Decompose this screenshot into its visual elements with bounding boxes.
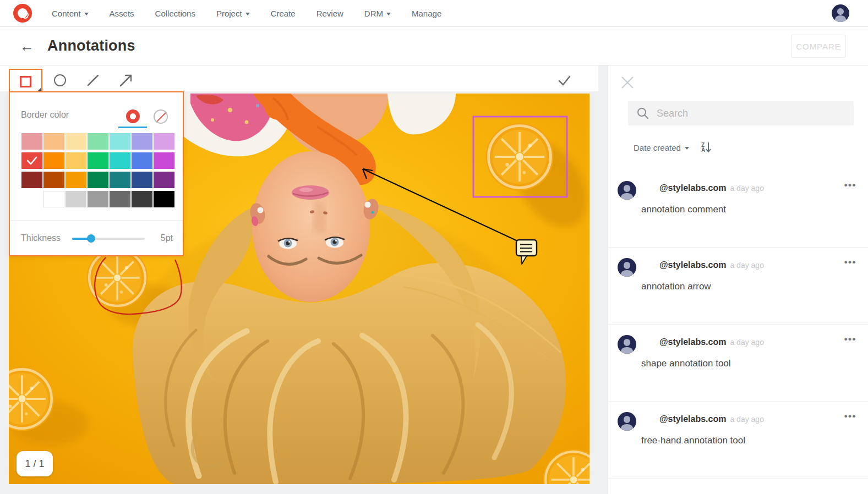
color-swatch-6a6a6a[interactable] <box>110 191 130 207</box>
comment-row: @stylelabs.coma day ago•••free-hand anno… <box>608 402 868 479</box>
border-color-tab-icon[interactable] <box>126 109 140 123</box>
color-swatch-d2d2d2[interactable] <box>65 191 86 207</box>
color-swatch-0cc868[interactable] <box>88 152 108 169</box>
popup-divider <box>10 220 183 221</box>
scarf-star <box>245 120 249 124</box>
thickness-value: 5pt <box>161 233 173 243</box>
no-border-tab-icon[interactable] <box>154 109 168 124</box>
pearl-earring <box>365 202 371 208</box>
confirm-annotations-button[interactable] <box>550 69 578 91</box>
nav-item-content[interactable]: Content <box>52 9 89 18</box>
thickness-slider[interactable] <box>72 238 145 240</box>
search-box <box>628 101 854 125</box>
active-tab-underline <box>118 127 147 128</box>
color-swatch-grid <box>21 133 174 207</box>
avatar-person-icon <box>624 416 630 422</box>
color-swatch-fac083[interactable] <box>43 133 64 150</box>
color-swatch-fcc95c[interactable] <box>65 152 86 169</box>
rectangle-icon <box>20 76 31 87</box>
color-swatch-527fe8[interactable] <box>132 152 152 169</box>
line-icon <box>85 73 101 88</box>
avatar-person-icon <box>837 8 844 15</box>
sort-row: Date created Z A <box>634 141 712 153</box>
comment-timestamp: a day ago <box>730 338 764 347</box>
comment-username: @stylelabs.com <box>659 260 726 270</box>
color-swatch-d9a0e8[interactable] <box>154 133 174 150</box>
nav-item-drm[interactable]: DRM <box>364 9 391 18</box>
color-swatch-8c2a23[interactable] <box>21 172 42 188</box>
lips <box>292 185 329 200</box>
comment-menu-button[interactable]: ••• <box>844 411 856 422</box>
color-swatch-fb8c00[interactable] <box>43 152 64 169</box>
pearl-earring <box>258 207 264 213</box>
earring-stone <box>371 211 374 213</box>
compare-button[interactable]: COMPARE <box>791 35 846 58</box>
comment-header: @stylelabs.coma day ago <box>659 183 764 193</box>
comment-username: @stylelabs.com <box>659 414 726 424</box>
nav-item-create[interactable]: Create <box>271 9 296 18</box>
color-swatch-a5a0ea[interactable] <box>132 133 152 150</box>
scarf-star <box>228 108 232 112</box>
back-arrow-icon[interactable]: ← <box>20 39 34 53</box>
nav-item-manage[interactable]: Manage <box>412 9 441 18</box>
comment-text: free-hand annotation tool <box>641 435 745 446</box>
close-icon <box>620 75 635 90</box>
color-swatch-ffffff[interactable] <box>43 191 64 207</box>
color-swatch-3b3b3b[interactable] <box>132 191 152 207</box>
scarf-star <box>211 118 214 122</box>
nav-item-label: Assets <box>110 9 134 18</box>
avatar-person-icon <box>621 270 632 277</box>
check-icon <box>556 73 572 87</box>
tool-line[interactable] <box>79 69 107 91</box>
chevron-down-icon <box>386 13 391 15</box>
color-swatch-9d9d9d[interactable] <box>88 191 108 207</box>
comment-row: @stylelabs.coma day ago•••shape annotati… <box>608 325 868 402</box>
tool-rectangle[interactable] <box>9 69 42 93</box>
comment-menu-button[interactable]: ••• <box>844 334 856 345</box>
close-panel-button[interactable] <box>620 75 635 90</box>
color-swatch-e8473f[interactable] <box>21 152 42 169</box>
slider-thumb[interactable] <box>87 234 95 243</box>
nav-item-project[interactable]: Project <box>216 9 250 18</box>
orange-slice <box>486 123 554 191</box>
comment-list: @stylelabs.coma day ago•••annotation com… <box>608 171 868 479</box>
color-swatch-7c2c88[interactable] <box>154 172 174 188</box>
commenter-avatar <box>618 258 636 277</box>
color-swatch-f59b00[interactable] <box>65 172 86 188</box>
avatar-person-icon <box>621 424 632 431</box>
selected-check-icon <box>21 152 42 169</box>
color-swatch-e89a9e[interactable] <box>21 133 42 150</box>
color-swatch-03844f[interactable] <box>88 172 108 188</box>
nav-item-collections[interactable]: Collections <box>155 9 195 18</box>
comment-row: @stylelabs.coma day ago•••annotation com… <box>608 171 868 248</box>
color-swatch-000000[interactable] <box>154 191 174 207</box>
avatar-person-icon <box>624 339 630 345</box>
nav-item-assets[interactable]: Assets <box>110 9 134 18</box>
nav-item-label: Content <box>52 9 81 18</box>
sort-field-dropdown[interactable]: Date created <box>634 143 689 152</box>
color-swatch-b54a00[interactable] <box>43 172 64 188</box>
avatar-person-icon <box>624 262 630 268</box>
color-swatch-197f80[interactable] <box>110 172 130 188</box>
search-input[interactable] <box>657 108 838 119</box>
chevron-down-icon <box>84 13 89 15</box>
user-avatar[interactable] <box>832 4 849 22</box>
color-swatch-84e1aa[interactable] <box>88 133 108 150</box>
nav-item-label: DRM <box>364 9 383 18</box>
color-swatch-87e6e1[interactable] <box>110 133 130 150</box>
brand-logo-icon[interactable] <box>13 4 32 23</box>
commenter-avatar <box>618 412 636 431</box>
comment-timestamp: a day ago <box>730 184 764 193</box>
nav-item-review[interactable]: Review <box>316 9 343 18</box>
tool-ellipse[interactable] <box>46 69 74 91</box>
lip-highlight <box>299 188 313 192</box>
color-swatch-2d4d92[interactable] <box>132 172 152 188</box>
color-swatch-c94ad6[interactable] <box>154 152 174 169</box>
sort-direction-button[interactable]: Z A <box>701 141 712 153</box>
chevron-down-icon <box>245 13 250 15</box>
comment-menu-button[interactable]: ••• <box>844 180 856 191</box>
comment-menu-button[interactable]: ••• <box>844 257 856 268</box>
color-swatch-2ad2cc[interactable] <box>110 152 130 169</box>
color-swatch-fce2a2[interactable] <box>65 133 86 150</box>
tool-arrow[interactable] <box>112 69 140 91</box>
